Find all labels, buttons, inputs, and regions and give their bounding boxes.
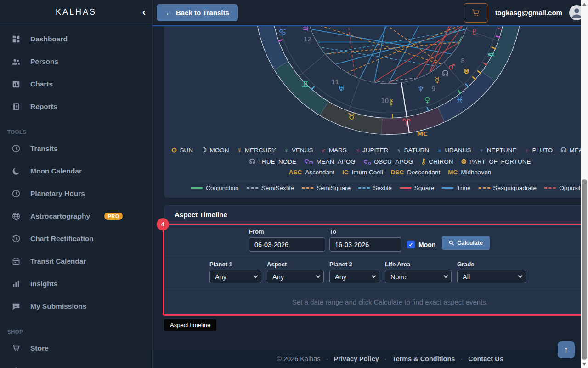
sidebar-item-astrocartography[interactable]: AstrocartographyPRO xyxy=(0,205,152,228)
back-button-label: Back to Transits xyxy=(176,9,229,17)
insights-icon xyxy=(11,279,21,288)
sidebar-item-dashboard[interactable]: Dashboard xyxy=(0,28,152,51)
footer-link-privacy-policy[interactable]: Privacy Policy xyxy=(334,355,379,362)
planet-glyph-icon: ⊗ xyxy=(461,157,467,166)
sidebar-item-transit-calendar[interactable]: Transit Calendar xyxy=(0,250,152,273)
sidebar-item-insights[interactable]: Insights xyxy=(0,273,152,295)
aspect-timeline-panel: Aspect Timeline 4 From To ✓ xyxy=(164,205,588,315)
planet-glyph-icon: ♂ xyxy=(321,146,326,154)
legend-planet-label: MOON xyxy=(210,147,229,154)
sidebar-item-planetary-hours[interactable]: Planetary Hours xyxy=(0,183,152,205)
aspect-timeline-tooltip: Aspect timeline xyxy=(164,319,216,331)
planet-glyph: ♅ xyxy=(338,84,345,93)
sidebar-item-label: Insights xyxy=(30,280,57,288)
planet-glyph: ⊗ xyxy=(463,66,469,75)
angle-name: Imum Coeli xyxy=(351,169,383,176)
filter-select-life-area[interactable]: None xyxy=(385,270,452,283)
filter-select-wrap: All xyxy=(457,270,526,283)
chart-rectification-icon xyxy=(11,234,21,243)
legend-aspect-conjunction: Conjunction xyxy=(191,184,238,191)
footer-link-contact-us[interactable]: Contact Us xyxy=(468,355,503,362)
charts-icon xyxy=(11,80,21,89)
legend-planet-label: OSCU_APOG xyxy=(374,158,413,165)
planet-glyph-icon: ♅ xyxy=(437,146,442,154)
legend-planet-label: SATURN xyxy=(404,147,430,154)
chart-legend: ⊙SUN☽MOON☿MERCURY♀VENUS♂MARS♃JUPITER♄SAT… xyxy=(164,139,588,198)
filter-label: Planet 2 xyxy=(329,261,379,268)
filter-select-aspect[interactable]: Any xyxy=(267,270,324,283)
zodiac-sign-glyph: ♊ xyxy=(301,79,310,90)
sidebar-header: KALHAS ‹ xyxy=(0,0,152,25)
panel-title: Aspect Timeline xyxy=(175,211,227,218)
legend-planet-label: PART_OF_FORTUNE xyxy=(469,158,531,165)
sidebar-item-label: Transits xyxy=(30,144,57,153)
planet-glyph-icon: ☊ xyxy=(249,157,255,166)
legend-planet-label: MEAN_APOG xyxy=(316,158,356,165)
footer-link-terms-conditions[interactable]: Terms & Conditions xyxy=(392,355,455,362)
planet-glyph: ♇ xyxy=(471,27,478,36)
aspect-line-sample xyxy=(358,187,370,189)
filter-select-planet-2[interactable]: Any xyxy=(329,270,379,283)
calculate-button[interactable]: Calculate xyxy=(442,236,490,250)
legend-aspect-trine: Trine xyxy=(442,184,470,191)
legend-aspect-label: Square xyxy=(414,184,435,191)
sidebar-item-my-submissions[interactable]: My Submissions xyxy=(0,295,152,318)
filter-select-wrap: Any xyxy=(209,270,261,283)
from-date-input[interactable] xyxy=(249,237,325,252)
legend-aspect-label: Sextile xyxy=(373,184,392,191)
planet-glyph: ♀ xyxy=(424,95,430,104)
zodiac-sign-glyph: ♒ xyxy=(487,49,495,60)
sidebar-item-cart[interactable]: Cart xyxy=(0,360,152,368)
sidebar-item-reports[interactable]: Reports xyxy=(0,96,152,118)
to-date-input[interactable] xyxy=(329,237,401,252)
planet-glyph: ♃ xyxy=(302,26,309,33)
scrollbar-down-arrow[interactable] xyxy=(582,363,586,366)
moon-checkbox-label: Moon xyxy=(418,241,435,248)
filter-select-planet-1[interactable]: Any xyxy=(209,270,261,283)
my-submissions-icon xyxy=(11,302,21,311)
planet-legend-row-1: ⊙SUN☽MOON☿MERCURY♀VENUS♂MARS♃JUPITER♄SAT… xyxy=(171,146,588,154)
aspect-timeline-header[interactable]: Aspect Timeline xyxy=(164,206,588,224)
sidebar-item-label: Dashboard xyxy=(30,35,68,43)
planet-glyph: ♂ xyxy=(448,62,455,71)
pro-badge: PRO xyxy=(104,213,123,220)
natal-chart-card: ♋♊♉♈♓♒12111098♃♇♂☊⊗☿♆♀♅⚷MC ⊙SUN☽MOON☿MER… xyxy=(164,26,588,198)
filter-select-grade[interactable]: All xyxy=(457,270,526,283)
scroll-to-top-button[interactable]: ↑ xyxy=(558,341,575,358)
sidebar-item-chart-rectification[interactable]: Chart Rectification xyxy=(0,228,152,250)
filter-aspect: AspectAny xyxy=(267,261,324,283)
back-to-transits-button[interactable]: ← Back to Transits xyxy=(157,4,238,21)
legend-planet-part-of-fortune: ⊗PART_OF_FORTUNE xyxy=(461,157,531,166)
aspect-legend-row: ConjunctionSemiSextileSemiSquareSextileS… xyxy=(171,184,588,191)
legend-aspect-sextile: Sextile xyxy=(358,184,392,191)
legend-planet-label: MARS xyxy=(329,147,347,154)
moon-checkbox[interactable]: ✓ xyxy=(407,241,415,248)
legend-planet-neptune: ♆NEPTUNE xyxy=(479,146,516,154)
legend-angle-asc: ASCAscendant xyxy=(289,169,334,176)
sidebar-item-moon-calendar[interactable]: Moon Calendar xyxy=(0,160,152,183)
sidebar-item-charts[interactable]: Charts xyxy=(0,73,152,96)
scrollbar-up-arrow[interactable] xyxy=(582,3,586,6)
planet-glyph-icon: ☽ xyxy=(201,146,207,154)
sidebar-collapse-icon[interactable]: ‹ xyxy=(142,7,146,17)
sidebar-item-transits[interactable]: Transits xyxy=(0,138,152,160)
house-number: 8 xyxy=(461,58,465,64)
legend-angle-dsc: DSCDescendant xyxy=(391,169,441,176)
aspect-line-sample xyxy=(442,187,453,189)
topbar-cart-button[interactable] xyxy=(464,3,488,23)
zodiac-sign-glyph: ♋ xyxy=(278,27,287,38)
scrollbar-thumb[interactable] xyxy=(582,179,587,360)
aspect-line-sample xyxy=(191,187,203,189)
legend-planet-label: TRUE_NODE xyxy=(258,158,296,165)
legend-aspect-label: Sesquiquadrate xyxy=(493,184,537,191)
sidebar-item-label: Chart Rectification xyxy=(30,235,94,243)
legend-angle-ic: ICImum Coeli xyxy=(342,169,383,176)
cart-icon xyxy=(471,8,481,17)
planet-glyph-icon: ♄ xyxy=(396,146,401,154)
sidebar-item-persons[interactable]: Persons xyxy=(0,51,152,73)
angle-abbr: DSC xyxy=(391,169,404,176)
planet-glyph: ☿ xyxy=(435,75,440,85)
reports-icon xyxy=(11,102,21,111)
sidebar-item-store[interactable]: Store xyxy=(0,337,152,360)
legend-planet-mars: ♂MARS xyxy=(321,146,347,154)
